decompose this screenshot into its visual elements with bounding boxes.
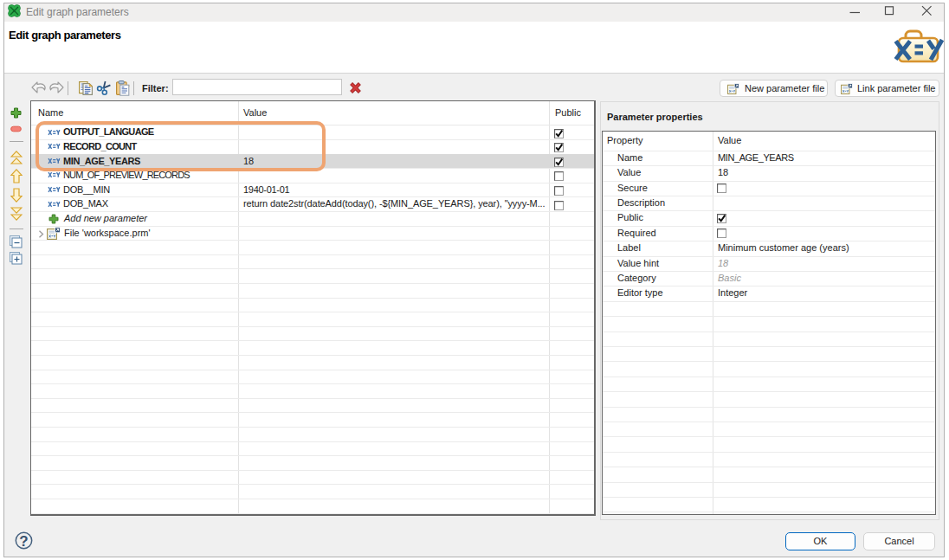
- svg-text:?: ?: [19, 533, 28, 550]
